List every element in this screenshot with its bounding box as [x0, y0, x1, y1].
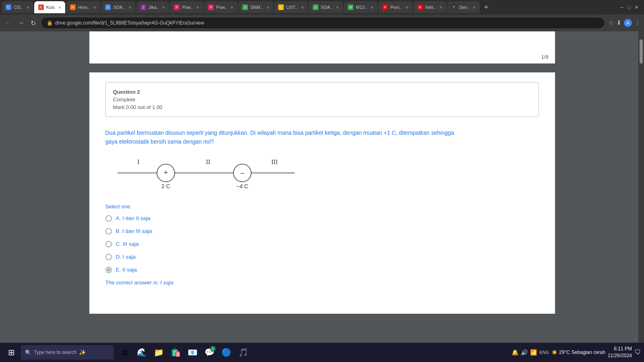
- tab-bar: C Cl3.. ✕ K Kuis ✕ H Hom.. ✕ S SOA.. ✕ J…: [0, 0, 644, 14]
- tab-m13[interactable]: M M13.. ✕: [344, 1, 378, 13]
- windows-icon: ⊞: [8, 348, 15, 357]
- option-C[interactable]: C. III saja: [105, 241, 539, 247]
- tab-soa2[interactable]: S SOA.. ✕: [309, 1, 343, 13]
- notification-tray-icon[interactable]: 🔔: [512, 349, 518, 356]
- svg-text:−: −: [240, 169, 244, 177]
- option-B[interactable]: B. I dan III saja: [105, 228, 539, 234]
- start-button[interactable]: ⊞: [3, 344, 19, 360]
- close-icon[interactable]: ✕: [301, 5, 304, 10]
- close-icon[interactable]: ✕: [370, 5, 374, 10]
- document-wrapper: 1/9 Question 2 Complete Mark 0.00 out of…: [66, 31, 578, 343]
- content-area: 1/9 Question 2 Complete Mark 0.00 out of…: [0, 31, 644, 343]
- page-main: Question 2 Complete Mark 0.00 out of 1.0…: [89, 72, 555, 314]
- page-number: 1/9: [541, 54, 548, 60]
- close-icon[interactable]: ✕: [439, 5, 442, 10]
- action-center-button[interactable]: 🗨: [634, 349, 641, 356]
- correct-answer: The correct answer is: I saja: [105, 280, 539, 286]
- weather-info: ☀️ 29°C Sebagian cerah: [551, 350, 605, 355]
- close-icon[interactable]: ✕: [162, 5, 165, 10]
- tab-pow1[interactable]: P Pow.. ✕: [170, 1, 203, 13]
- radio-E[interactable]: [105, 267, 112, 273]
- network-icon[interactable]: 📶: [530, 349, 537, 356]
- taskbar-icons: ⧉ 🌊 📁 🛍️ 📧 💬 5 🔵 🎵: [117, 344, 251, 360]
- close-icon[interactable]: ✕: [58, 5, 61, 10]
- taskbar-right: 🔔 🔊 📶 ENG ☀️ 29°C Sebagian cerah 6:11 PM…: [512, 346, 641, 359]
- option-D[interactable]: D. I saja: [105, 254, 539, 260]
- option-A-label: A. I dan II saja: [116, 215, 151, 221]
- address-icons: ☆ ⬇ A ⋮: [608, 19, 641, 27]
- store-button[interactable]: 🛍️: [167, 344, 184, 360]
- spotify-button[interactable]: 🎵: [235, 344, 251, 360]
- outlook-button[interactable]: 📧: [184, 344, 200, 360]
- menu-icon[interactable]: ⋮: [634, 19, 641, 27]
- file-explorer-button[interactable]: 📁: [151, 344, 167, 360]
- tab-soa1[interactable]: S SOA.. ✕: [101, 1, 135, 13]
- tab-pow2[interactable]: P Pow.. ✕: [204, 1, 237, 13]
- volume-icon[interactable]: 🔊: [521, 349, 528, 356]
- download-icon[interactable]: ⬇: [616, 19, 621, 27]
- refresh-button[interactable]: ↻: [29, 18, 37, 29]
- address-input[interactable]: 🔒 drive.google.com/file/d/1_5L9B8ETsIsya…: [41, 17, 605, 29]
- question-box: Question 2 Complete Mark 0.00 out of 1.0…: [105, 82, 539, 117]
- weather-desc: Sebagian cerah: [572, 350, 605, 355]
- taskview-button[interactable]: ⧉: [117, 344, 133, 360]
- option-E[interactable]: E. II saja: [105, 267, 539, 273]
- tab-list[interactable]: L LIST.. ✕: [274, 1, 308, 13]
- language-label: ENG: [539, 350, 549, 355]
- close-icon[interactable]: ✕: [336, 5, 339, 10]
- radio-B[interactable]: [105, 228, 112, 234]
- question-label: Question 2: [113, 89, 531, 95]
- taskbar-search[interactable]: 🔍 Type here to search ✨: [21, 345, 114, 360]
- back-button[interactable]: ←: [3, 18, 13, 28]
- right-scrollbar[interactable]: [638, 31, 644, 343]
- clock-time: 6:11 PM: [608, 346, 632, 352]
- tab-jika[interactable]: J Jika.. ✕: [136, 1, 169, 13]
- tab-netflix[interactable]: N Netr.. ✕: [413, 1, 446, 13]
- maximize-button[interactable]: □: [626, 4, 632, 10]
- close-icon[interactable]: ✕: [473, 5, 476, 10]
- minimize-button[interactable]: ─: [619, 4, 625, 10]
- close-icon[interactable]: ✕: [405, 5, 409, 10]
- profile-icon[interactable]: A: [624, 19, 632, 27]
- radio-A[interactable]: [105, 215, 112, 222]
- edge-button[interactable]: 🌊: [134, 344, 150, 360]
- new-tab-button[interactable]: +: [481, 3, 491, 12]
- radio-C[interactable]: [105, 241, 112, 247]
- close-icon[interactable]: ✕: [266, 5, 269, 10]
- whatsapp-button[interactable]: 💬 5: [201, 344, 217, 360]
- taskbar: ⊞ 🔍 Type here to search ✨ ⧉ 🌊 📁 🛍️ 📧 💬 5…: [0, 343, 644, 362]
- svg-text:2 C: 2 C: [161, 183, 170, 189]
- tab-snm[interactable]: S SNM.. ✕: [238, 1, 273, 13]
- forward-button[interactable]: →: [16, 18, 26, 28]
- chrome-button[interactable]: 🔵: [218, 344, 234, 360]
- close-icon[interactable]: ✕: [128, 5, 132, 10]
- close-icon[interactable]: ✕: [230, 5, 233, 10]
- page-top: 1/9: [89, 31, 555, 64]
- weather-icon: ☀️: [551, 350, 557, 355]
- svg-text:−4 C: −4 C: [236, 183, 248, 189]
- outlook-icon: 📧: [188, 348, 198, 357]
- question-mark: Mark 0.00 out of 1.00: [113, 104, 531, 110]
- tab-sen[interactable]: T Sen.. ✕: [447, 1, 480, 13]
- tab-pem[interactable]: P Pem.. ✕: [378, 1, 413, 13]
- taskview-icon: ⧉: [122, 348, 128, 357]
- close-window-button[interactable]: ✕: [634, 4, 639, 10]
- tab-kuis[interactable]: K Kuis ✕: [34, 1, 65, 13]
- option-A[interactable]: A. I dan II saja: [105, 215, 539, 222]
- system-tray: 🔔 🔊 📶 ENG: [512, 349, 549, 356]
- tab-hom[interactable]: H Hom.. ✕: [66, 1, 100, 13]
- scroll-thumb[interactable]: [640, 39, 643, 64]
- tab-ci3[interactable]: C Cl3.. ✕: [2, 1, 33, 13]
- edge-icon: 🌊: [137, 348, 147, 357]
- bookmark-icon[interactable]: ☆: [608, 19, 614, 27]
- close-icon[interactable]: ✕: [93, 5, 96, 10]
- weather-temp: 29°C: [559, 350, 570, 355]
- clock-date: 11/26/2024: [608, 352, 632, 359]
- option-B-label: B. I dan III saja: [116, 228, 152, 234]
- clock[interactable]: 6:11 PM 11/26/2024: [608, 346, 632, 359]
- close-icon[interactable]: ✕: [196, 5, 199, 10]
- radio-D[interactable]: [105, 254, 112, 260]
- option-E-label: E. II saja: [116, 267, 137, 273]
- browser-chrome: C Cl3.. ✕ K Kuis ✕ H Hom.. ✕ S SOA.. ✕ J…: [0, 0, 644, 31]
- close-icon[interactable]: ✕: [26, 5, 29, 10]
